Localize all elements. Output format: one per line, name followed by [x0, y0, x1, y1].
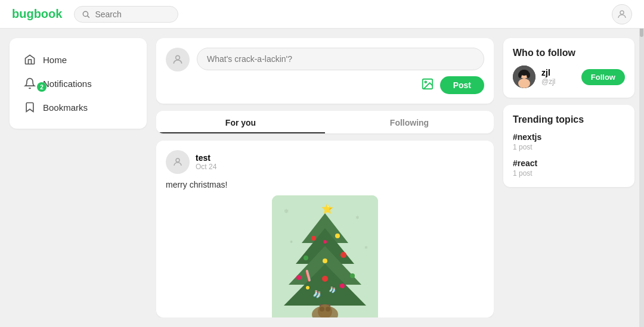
follow-user-info: zjl @zjl: [541, 68, 575, 86]
avatar[interactable]: [612, 4, 632, 24]
post-author-info: test Oct 24: [196, 153, 216, 171]
svg-point-3: [176, 55, 180, 60]
sidebar-bookmarks-label: Bookmarks: [43, 102, 88, 113]
svg-point-27: [306, 286, 309, 289]
svg-point-19: [335, 233, 340, 238]
svg-point-26: [322, 276, 328, 282]
svg-text:🧦: 🧦: [329, 286, 336, 294]
svg-text:⭐: ⭐: [321, 203, 333, 214]
author-avatar-icon: [172, 157, 183, 167]
post-avatar: [166, 48, 190, 71]
follow-user-name: zjl: [541, 68, 575, 77]
svg-text:❄: ❄: [290, 240, 293, 244]
main-layout: Home 2 Notifications Bookmarks: [0, 29, 644, 327]
svg-point-43: [518, 72, 522, 78]
svg-point-35: [320, 307, 324, 312]
svg-point-22: [340, 252, 346, 258]
bookmark-icon: [24, 101, 36, 113]
sidebar-item-home[interactable]: Home: [17, 48, 140, 71]
navbar: bugbook: [0, 0, 644, 29]
svg-text:🧦: 🧦: [312, 289, 321, 298]
feed-tabs: For you Following: [156, 111, 494, 133]
tab-following[interactable]: Following: [325, 111, 494, 133]
search-icon: [82, 10, 90, 18]
trending-count-nextjs: 1 post: [513, 143, 625, 151]
sidebar-item-bookmarks[interactable]: Bookmarks: [17, 95, 140, 119]
svg-point-44: [527, 72, 530, 78]
zjl-avatar-image: [513, 66, 535, 88]
svg-point-20: [323, 240, 327, 244]
svg-point-0: [83, 11, 88, 16]
user-icon: [617, 9, 627, 20]
svg-text:❄: ❄: [355, 215, 360, 220]
svg-text:❄: ❄: [284, 208, 289, 214]
trending-topics-title: Trending topics: [513, 114, 625, 125]
christmas-tree-image: ❄ ❄ ❄ ❄ ⭐: [272, 195, 378, 317]
post-text: merry christmas!: [166, 180, 484, 189]
who-to-follow-widget: Who to follow zjl @zjl: [503, 38, 634, 98]
sidebar-item-notifications[interactable]: 2 Notifications: [17, 71, 140, 95]
trending-count-react: 1 post: [513, 169, 625, 177]
svg-point-5: [425, 81, 426, 83]
svg-point-21: [304, 256, 308, 260]
svg-line-1: [88, 15, 89, 17]
trending-tag-react: #react: [513, 158, 625, 168]
feed-post: test Oct 24 merry christmas! ❄ ❄ ❄ ❄ ⭐: [156, 141, 494, 317]
sidebar: Home 2 Notifications Bookmarks: [10, 38, 147, 129]
svg-point-25: [350, 273, 355, 278]
trending-item[interactable]: #nextjs 1 post: [513, 132, 625, 151]
follow-user-handle: @zjl: [541, 77, 575, 86]
search-input[interactable]: [95, 10, 171, 19]
image-icon: [421, 77, 434, 91]
sidebar-notifications-label: Notifications: [43, 79, 92, 89]
user-avatar-icon: [172, 54, 184, 66]
trending-item[interactable]: #react 1 post: [513, 158, 625, 177]
svg-point-36: [326, 307, 330, 312]
scrollbar[interactable]: [639, 0, 644, 327]
image-upload-button[interactable]: [421, 77, 434, 94]
post-date: Oct 24: [196, 163, 216, 171]
post-author-avatar: [166, 150, 190, 174]
home-icon: [24, 54, 36, 66]
right-sidebar: Who to follow zjl @zjl: [503, 38, 634, 317]
post-author-name: test: [196, 153, 216, 163]
notification-badge: 2: [37, 82, 47, 92]
svg-text:❄: ❄: [364, 245, 368, 250]
post-header: test Oct 24: [166, 150, 484, 174]
follow-item: zjl @zjl Follow: [513, 66, 625, 88]
post-compose-box: Post: [156, 38, 494, 104]
post-actions: Post: [197, 76, 484, 94]
bell-icon: [24, 77, 36, 89]
svg-point-18: [311, 236, 316, 241]
main-feed: Post For you Following test Oct 24: [156, 38, 494, 317]
svg-point-41: [518, 79, 530, 88]
follow-button[interactable]: Follow: [581, 69, 625, 85]
svg-point-6: [176, 158, 179, 162]
svg-point-24: [296, 275, 301, 280]
svg-point-23: [323, 259, 327, 263]
sidebar-home-label: Home: [43, 55, 67, 65]
tab-for-you[interactable]: For you: [156, 111, 325, 133]
search-bar[interactable]: [74, 6, 178, 23]
post-button[interactable]: Post: [440, 76, 484, 94]
svg-point-28: [340, 284, 345, 288]
svg-point-2: [620, 11, 624, 14]
app-logo[interactable]: bugbook: [12, 7, 62, 21]
trending-tag-nextjs: #nextjs: [513, 132, 625, 142]
post-image: ❄ ❄ ❄ ❄ ⭐: [272, 195, 378, 317]
post-input-area: Post: [197, 48, 484, 94]
who-to-follow-title: Who to follow: [513, 48, 625, 58]
follow-user-avatar: [513, 66, 535, 88]
trending-topics-widget: Trending topics #nextjs 1 post #react 1 …: [503, 105, 634, 187]
post-text-input[interactable]: [197, 48, 484, 70]
